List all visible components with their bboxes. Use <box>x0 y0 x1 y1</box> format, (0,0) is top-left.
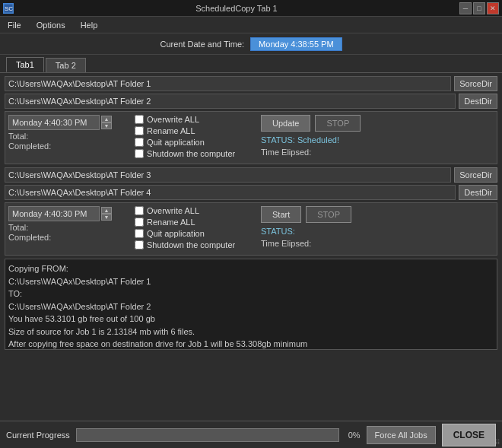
bottom-bar: Current Progress 0% Force All Jobs CLOSE <box>0 421 502 448</box>
job2-source-dir-button[interactable]: SorceDir <box>454 167 497 183</box>
log-line: Size of source for Job 1 is 2.13184 mb w… <box>8 326 494 338</box>
job2-stats: Total: Completed: <box>8 223 130 242</box>
job1-rename-checkbox[interactable] <box>135 126 144 135</box>
tab-2[interactable]: Tab 2 <box>46 58 86 72</box>
main-content: SorceDir DestDir ▲ ▼ Total: Completed: <box>0 73 502 356</box>
job2-controls: ▲ ▼ Total: Completed: Overwrite ALL Ren <box>5 202 497 256</box>
job2-spin-down[interactable]: ▼ <box>101 214 112 221</box>
job2-spin-up[interactable]: ▲ <box>101 207 112 214</box>
job1-time-input[interactable] <box>8 115 100 130</box>
job1-time-input-row: ▲ ▼ <box>8 115 130 130</box>
job1-rename-label: Rename ALL <box>147 126 195 135</box>
job1-status: STATUS: Scheduled! <box>261 135 339 145</box>
job2-status-label: STATUS: <box>261 227 295 236</box>
job2-quit-checkbox[interactable] <box>135 229 144 238</box>
job1-main-row: ▲ ▼ Total: Completed: Overwrite ALL Ren <box>8 115 494 158</box>
job2-dest-input[interactable] <box>5 185 456 200</box>
force-all-jobs-button[interactable]: Force All Jobs <box>367 426 436 444</box>
job1-shutdown-row[interactable]: Shutdown the computer <box>135 149 256 158</box>
log-area[interactable]: Copying FROM:C:\Users\WAQAx\Desktop\AT F… <box>5 259 497 350</box>
minimize-button[interactable]: ─ <box>459 2 472 14</box>
job2-source-input[interactable] <box>5 167 451 183</box>
job1-update-button[interactable]: Update <box>261 115 310 132</box>
job2-quit-label: Quit application <box>147 229 205 238</box>
job1-checkboxes: Overwrite ALL Rename ALL Quit applicatio… <box>135 115 256 158</box>
log-line: TO: <box>8 288 494 300</box>
job1-dest-input[interactable] <box>5 94 456 109</box>
job1-status-value: Scheduled! <box>297 135 339 145</box>
log-line: C:\Users\WAQAx\Desktop\AT Folder 1 <box>8 275 494 288</box>
job1-stop-button[interactable]: STOP <box>315 115 361 132</box>
job2-completed: Completed: <box>8 233 130 242</box>
job1-overwrite-label: Overwrite ALL <box>147 115 199 124</box>
job1-overwrite-checkbox[interactable] <box>135 115 144 124</box>
help-menu[interactable]: Help <box>76 19 103 31</box>
log-line: C:\Users\WAQAx\Desktop\AT Folder 2 <box>8 300 494 313</box>
job2-overwrite-checkbox[interactable] <box>135 206 144 215</box>
log-line: Copying FROM: <box>8 262 494 275</box>
job2-quit-row[interactable]: Quit application <box>135 229 256 238</box>
job1-time-spinner[interactable]: ▲ ▼ <box>101 116 112 129</box>
job1-quit-row[interactable]: Quit application <box>135 138 256 147</box>
job2-stop-button[interactable]: STOP <box>306 206 351 223</box>
close-window-button[interactable]: ✕ <box>487 2 499 14</box>
menu-bar: File Options Help <box>0 17 502 33</box>
job2-buttons-area: Start STOP STATUS: Time Elipsed: <box>261 206 351 249</box>
title-bar: SC ScheduledCopy Tab 1 ─ □ ✕ <box>0 0 502 17</box>
job1-dest-dir-button[interactable]: DestDir <box>459 94 497 109</box>
file-menu[interactable]: File <box>3 19 26 31</box>
app-icon: SC <box>3 3 14 14</box>
date-value: Monday 4:38:55 PM <box>250 37 342 51</box>
job2-time-input[interactable] <box>8 206 100 221</box>
window-controls: ─ □ ✕ <box>459 2 499 14</box>
job2-overwrite-row[interactable]: Overwrite ALL <box>135 206 256 215</box>
job1-quit-label: Quit application <box>147 138 205 147</box>
job2-total: Total: <box>8 223 130 232</box>
job1-spin-down[interactable]: ▼ <box>101 122 112 129</box>
job1-controls: ▲ ▼ Total: Completed: Overwrite ALL Ren <box>5 111 497 164</box>
job1-rename-row[interactable]: Rename ALL <box>135 126 256 135</box>
maximize-button[interactable]: □ <box>473 2 485 14</box>
options-menu[interactable]: Options <box>32 19 70 31</box>
resize-handle[interactable]: ⠿ <box>495 439 500 446</box>
tabs-row: Tab1 Tab 2 <box>0 55 502 73</box>
progress-percent: 0% <box>348 431 361 440</box>
job1-source-row: SorceDir <box>5 76 497 91</box>
job1-completed: Completed: <box>8 141 130 151</box>
job2-rename-row[interactable]: Rename ALL <box>135 218 256 227</box>
tab-1[interactable]: Tab1 <box>6 57 44 72</box>
job1-quit-checkbox[interactable] <box>135 138 144 147</box>
job2-time-spinner[interactable]: ▲ ▼ <box>101 207 112 221</box>
job2-rename-checkbox[interactable] <box>135 218 144 227</box>
date-label: Curent Date and Time: <box>160 40 244 49</box>
job1-total: Total: <box>8 132 130 141</box>
job1-time-elapsed: Time Elipsed: <box>261 148 311 157</box>
job2-rename-label: Rename ALL <box>147 218 195 227</box>
job2-shutdown-row[interactable]: Shutdown the computer <box>135 240 256 249</box>
job2-dest-row: DestDir <box>5 185 497 200</box>
window-title: ScheduledCopy Tab 1 <box>14 4 459 13</box>
job1-shutdown-checkbox[interactable] <box>135 149 144 158</box>
job2-main-row: ▲ ▼ Total: Completed: Overwrite ALL Ren <box>8 206 494 249</box>
progress-label: Current Progress <box>6 431 70 440</box>
job1-time-area: ▲ ▼ Total: Completed: <box>8 115 130 158</box>
job2-shutdown-label: Shutdown the computer <box>147 240 235 249</box>
job2-source-row: SorceDir <box>5 167 497 183</box>
progress-bar-container <box>76 428 339 442</box>
job2-time-area: ▲ ▼ Total: Completed: <box>8 206 130 249</box>
job2-checkboxes: Overwrite ALL Rename ALL Quit applicatio… <box>135 206 256 249</box>
job2-dest-dir-button[interactable]: DestDir <box>459 185 497 200</box>
job1-source-dir-button[interactable]: SorceDir <box>454 76 497 91</box>
job1-btn-row: Update STOP <box>261 115 361 132</box>
job1-buttons-area: Update STOP STATUS: Scheduled! Time Elip… <box>261 115 361 158</box>
job1-spin-up[interactable]: ▲ <box>101 116 112 122</box>
close-button[interactable]: CLOSE <box>442 424 496 446</box>
svg-text:SC: SC <box>5 5 13 12</box>
job1-source-input[interactable] <box>5 76 451 91</box>
job2-shutdown-checkbox[interactable] <box>135 240 144 249</box>
log-line: You have 53.3101 gb free out of 100 gb <box>8 313 494 326</box>
job2-time-elapsed: Time Elipsed: <box>261 239 311 248</box>
job2-start-button[interactable]: Start <box>261 206 301 223</box>
job1-overwrite-row[interactable]: Overwrite ALL <box>135 115 256 124</box>
job1-shutdown-label: Shutdown the computer <box>147 149 235 158</box>
